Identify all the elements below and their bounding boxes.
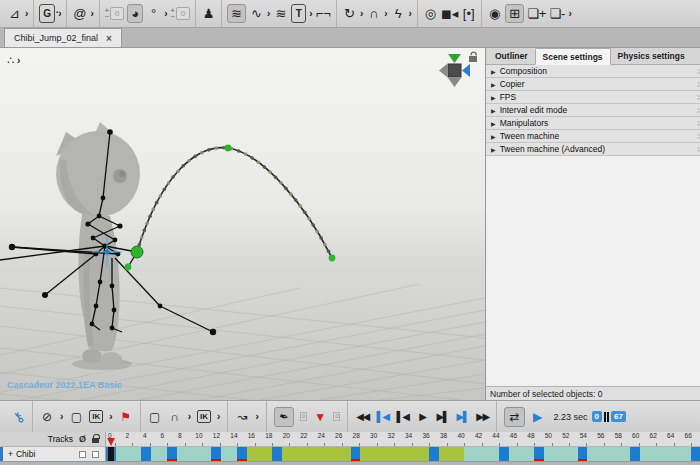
grid-snap-icon[interactable]: ⊞ <box>505 4 524 23</box>
gizmo-bottom-arrow[interactable] <box>448 78 461 87</box>
range-end-box[interactable]: 67 <box>611 411 626 422</box>
drag-grip-icon[interactable]: ⁞⁞ <box>697 91 699 104</box>
secondary-motion-icon[interactable]: ≋ <box>273 4 288 23</box>
section-composition[interactable]: ▶Composition⁞⁞ <box>486 65 700 78</box>
trajectory-frame-dot[interactable] <box>167 181 171 185</box>
trajectory-frame-dot[interactable] <box>159 194 163 198</box>
scene-tab[interactable]: Chibi_Jump_02_final × <box>4 28 122 47</box>
trajectory-frame-dot[interactable] <box>187 159 191 163</box>
trajectory-frame-dot[interactable] <box>327 249 331 253</box>
trajectory-frame-dot[interactable] <box>182 164 186 168</box>
camera-unlock-icon[interactable] <box>469 52 477 62</box>
tab-close-icon[interactable]: × <box>106 33 112 44</box>
drag-grip-icon[interactable]: ⁞⁞ <box>697 65 699 78</box>
panel-tab-outliner[interactable]: Outliner <box>488 48 535 64</box>
next-frame-button[interactable]: ▶▌ <box>435 407 449 427</box>
ik-interval-icon-dropdown-arrow[interactable]: › <box>217 412 220 422</box>
keyframe-cell[interactable] <box>141 447 151 461</box>
camera-arc-icon-dropdown-arrow[interactable]: › <box>384 9 387 19</box>
trajectory-end-point[interactable] <box>329 255 336 262</box>
ghost-pin-icon[interactable]: ° <box>146 4 161 23</box>
section-interval-edit-mode[interactable]: ▶Interval edit mode⁞⁞ <box>486 104 700 117</box>
ik-fk-mode-icon-dropdown-arrow[interactable]: › <box>109 412 112 422</box>
playblast-button[interactable]: ▶ <box>531 407 545 427</box>
track-keyframe-cells[interactable] <box>105 447 700 462</box>
track-visibility-checkbox[interactable] <box>79 451 86 458</box>
range-start-box[interactable]: 0 <box>592 411 602 422</box>
global-mode-icon[interactable]: G▪ <box>39 4 55 23</box>
no-physics-icon[interactable]: ⊘ <box>40 407 54 427</box>
trajectory-arc-icon-dropdown-arrow[interactable]: › <box>188 412 191 422</box>
trajectory-frame-dot[interactable] <box>143 229 147 233</box>
trajectory-frame-dot[interactable] <box>263 165 267 169</box>
no-physics-icon-dropdown-arrow[interactable]: › <box>60 412 63 422</box>
pin-icon[interactable]: ✒ <box>274 407 294 427</box>
lock-icon[interactable] <box>92 438 99 443</box>
fast-forward-button[interactable]: ▶▶ <box>475 407 489 427</box>
trajectory-frame-dot[interactable] <box>257 160 261 164</box>
trajectory-frame-dot[interactable] <box>207 148 211 152</box>
loop-playback-button[interactable]: ⇄ <box>504 407 524 427</box>
drag-grip-icon[interactable]: ⁞⁞ <box>697 78 699 91</box>
ik-interval-icon[interactable]: IK <box>197 410 211 423</box>
trajectory-frame-dot[interactable] <box>323 243 327 247</box>
interpolation-waves-icon[interactable]: ≋ <box>227 4 246 23</box>
trajectory-frame-dot[interactable] <box>215 146 219 150</box>
drag-grip-icon[interactable]: ⁞⁞ <box>697 104 699 117</box>
camera-icon[interactable]: ◼◂ <box>441 4 458 23</box>
section-fps[interactable]: ▶FPS⁞⁞ <box>486 91 700 104</box>
focus-brackets-icon[interactable]: [•] <box>461 4 476 23</box>
axis-tool-icon[interactable]: ⊿ <box>7 4 22 23</box>
play-button[interactable]: ▶ <box>415 407 429 427</box>
trajectory-frame-dot[interactable] <box>298 204 302 208</box>
timeline-segment-teal[interactable] <box>115 447 246 461</box>
axis-tool-icon-dropdown-arrow[interactable]: › <box>25 9 28 19</box>
ghost-before-stepper-plus-minus[interactable]: +− <box>105 8 109 20</box>
filter-funnel-icon[interactable]: ▼ <box>313 407 327 427</box>
keyframe-cell[interactable] <box>630 447 640 461</box>
trajectory-frame-dot[interactable] <box>307 217 311 221</box>
trajectory-tool-icon-dropdown-arrow[interactable]: › <box>309 9 312 19</box>
trajectory-frame-dot[interactable] <box>140 236 144 240</box>
drag-grip-icon[interactable]: ⁞⁞ <box>697 143 699 156</box>
global-mode-icon-dropdown-arrow[interactable]: › <box>58 9 61 19</box>
trajectory-frame-dot[interactable] <box>303 211 307 215</box>
track-row-header[interactable]: + Chibi <box>0 447 105 462</box>
trajectory-frame-dot[interactable] <box>155 201 159 205</box>
trajectory-frame-dot[interactable] <box>315 230 319 234</box>
track-expand-toggle[interactable]: + <box>8 449 13 459</box>
trajectory-frame-dot[interactable] <box>294 198 298 202</box>
trajectory-frame-dot[interactable] <box>145 222 149 226</box>
drag-grip-icon[interactable]: ⁞⁞ <box>697 130 699 143</box>
trajectory-frame-dot[interactable] <box>311 223 315 227</box>
ik-fk-mode-icon[interactable]: IK <box>89 410 103 423</box>
trajectory-frame-dot[interactable] <box>284 187 288 191</box>
ghost-after-stepper-value[interactable]: 0 <box>176 7 190 20</box>
gizmo-right-arrow[interactable] <box>462 64 470 77</box>
viewport-graph-menu[interactable]: ∴ › <box>7 54 20 67</box>
timeline-ruler[interactable]: 0246810121416182022242628303234363840424… <box>105 432 700 447</box>
spiral-tool-icon[interactable]: @ <box>72 4 87 23</box>
camera-arc-icon[interactable]: ∩ <box>366 4 381 23</box>
spiral-tool-icon-dropdown-arrow[interactable]: › <box>90 9 93 19</box>
run-cycle-icon-dropdown-arrow[interactable]: › <box>409 9 412 19</box>
rotate-loop-icon-dropdown-arrow[interactable]: › <box>360 9 363 19</box>
spiral-overlay-icon[interactable]: ◉ <box>487 4 502 23</box>
trajectory-frame-dot[interactable] <box>162 188 166 192</box>
gizmo-top-arrow[interactable] <box>448 54 461 63</box>
character-icon[interactable]: ♟ <box>201 4 216 23</box>
jump-to-end-button[interactable]: ▶▌ <box>455 407 469 427</box>
view-gizmo[interactable] <box>433 51 479 91</box>
run-cycle-icon[interactable]: ϟ <box>391 4 406 23</box>
corner-brackets-icon[interactable]: ⌐¬ <box>316 4 331 23</box>
tween-wave-icon-dropdown-arrow[interactable]: › <box>267 9 270 19</box>
section-manipulators[interactable]: ▶Manipulators⁞⁞ <box>486 117 700 130</box>
keyframe-cell[interactable] <box>691 447 700 461</box>
ghost-after-stepper-plus-minus[interactable]: +− <box>171 8 175 20</box>
layer-remove-icon-dropdown-arrow[interactable]: › <box>568 9 571 19</box>
playhead-marker[interactable] <box>107 438 115 446</box>
track-lock-checkbox[interactable] <box>92 451 99 458</box>
layer-add-icon[interactable]: ❏+ <box>527 4 546 23</box>
trajectory-frame-dot[interactable] <box>319 236 323 240</box>
trajectory-frame-dot[interactable] <box>250 156 254 160</box>
